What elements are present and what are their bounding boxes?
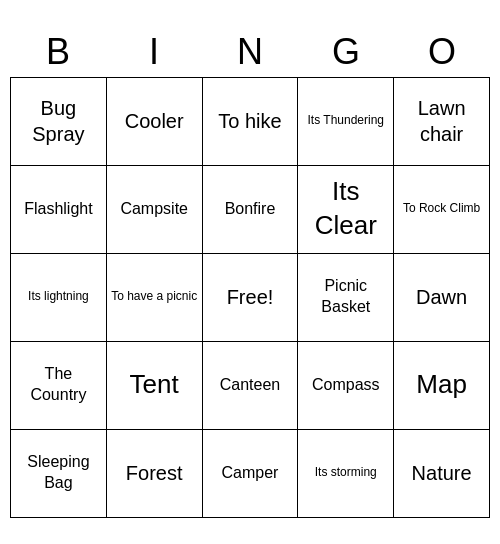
cell-1-0: Flashlight bbox=[11, 165, 107, 253]
cell-1-2: Bonfire bbox=[202, 165, 298, 253]
cell-0-1: Cooler bbox=[106, 77, 202, 165]
grid-row-1: FlashlightCampsiteBonfireIts ClearTo Roc… bbox=[11, 165, 490, 253]
cell-1-3: Its Clear bbox=[298, 165, 394, 253]
cell-2-4: Dawn bbox=[394, 253, 490, 341]
cell-text-3-3: Compass bbox=[302, 375, 389, 396]
cell-text-1-3: Its Clear bbox=[302, 175, 389, 243]
cell-4-1: Forest bbox=[106, 429, 202, 517]
cell-3-2: Canteen bbox=[202, 341, 298, 429]
cell-0-3: Its Thundering bbox=[298, 77, 394, 165]
cell-3-3: Compass bbox=[298, 341, 394, 429]
cell-3-4: Map bbox=[394, 341, 490, 429]
grid-row-0: Bug SprayCoolerTo hikeIts ThunderingLawn… bbox=[11, 77, 490, 165]
cell-4-4: Nature bbox=[394, 429, 490, 517]
cell-text-3-4: Map bbox=[398, 368, 485, 402]
cell-text-2-1: To have a picnic bbox=[111, 289, 198, 305]
cell-text-0-1: Cooler bbox=[111, 108, 198, 134]
cell-3-0: The Country bbox=[11, 341, 107, 429]
cell-text-4-2: Camper bbox=[207, 463, 294, 484]
cell-text-3-1: Tent bbox=[111, 368, 198, 402]
grid-row-3: The CountryTentCanteenCompassMap bbox=[11, 341, 490, 429]
cell-text-2-4: Dawn bbox=[398, 284, 485, 310]
cell-2-0: Its lightning bbox=[11, 253, 107, 341]
cell-4-0: Sleeping Bag bbox=[11, 429, 107, 517]
cell-text-0-4: Lawn chair bbox=[398, 95, 485, 147]
cell-text-0-0: Bug Spray bbox=[15, 95, 102, 147]
cell-1-4: To Rock Climb bbox=[394, 165, 490, 253]
cell-text-4-4: Nature bbox=[398, 460, 485, 486]
header-letter-G: G bbox=[298, 27, 394, 77]
bingo-header: BINGO bbox=[10, 27, 490, 77]
cell-text-2-3: Picnic Basket bbox=[302, 276, 389, 318]
header-letter-O: O bbox=[394, 27, 490, 77]
cell-text-4-1: Forest bbox=[111, 460, 198, 486]
header-letter-I: I bbox=[106, 27, 202, 77]
cell-text-1-2: Bonfire bbox=[207, 199, 294, 220]
header-letter-B: B bbox=[10, 27, 106, 77]
cell-text-2-0: Its lightning bbox=[15, 289, 102, 305]
cell-2-3: Picnic Basket bbox=[298, 253, 394, 341]
cell-text-2-2: Free! bbox=[207, 284, 294, 310]
cell-4-3: Its storming bbox=[298, 429, 394, 517]
grid-row-2: Its lightningTo have a picnicFree!Picnic… bbox=[11, 253, 490, 341]
cell-text-4-3: Its storming bbox=[302, 465, 389, 481]
cell-0-0: Bug Spray bbox=[11, 77, 107, 165]
bingo-grid: Bug SprayCoolerTo hikeIts ThunderingLawn… bbox=[10, 77, 490, 518]
cell-text-1-0: Flashlight bbox=[15, 199, 102, 220]
cell-4-2: Camper bbox=[202, 429, 298, 517]
cell-0-2: To hike bbox=[202, 77, 298, 165]
cell-2-2: Free! bbox=[202, 253, 298, 341]
grid-row-4: Sleeping BagForestCamperIts stormingNatu… bbox=[11, 429, 490, 517]
cell-1-1: Campsite bbox=[106, 165, 202, 253]
cell-3-1: Tent bbox=[106, 341, 202, 429]
cell-text-1-1: Campsite bbox=[111, 199, 198, 220]
cell-text-4-0: Sleeping Bag bbox=[15, 452, 102, 494]
cell-text-3-2: Canteen bbox=[207, 375, 294, 396]
cell-text-3-0: The Country bbox=[15, 364, 102, 406]
cell-text-0-3: Its Thundering bbox=[302, 113, 389, 129]
cell-text-0-2: To hike bbox=[207, 108, 294, 134]
cell-text-1-4: To Rock Climb bbox=[398, 201, 485, 217]
cell-2-1: To have a picnic bbox=[106, 253, 202, 341]
header-letter-N: N bbox=[202, 27, 298, 77]
cell-0-4: Lawn chair bbox=[394, 77, 490, 165]
